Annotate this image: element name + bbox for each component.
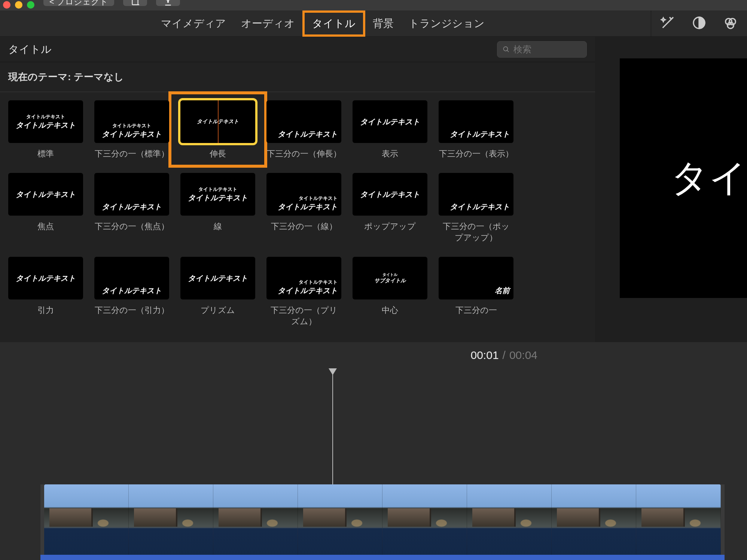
thumb-line2: タイトルテキスト — [278, 202, 338, 212]
thumb-line2: タイトルテキスト — [16, 189, 76, 200]
title-browser: タイトル 現在のテーマ: テーマなし タイトルテキストタイトルテキスト標準タイト… — [0, 37, 595, 342]
tile-label: 下三分の一（ポップアップ） — [439, 221, 513, 243]
search-input[interactable] — [513, 44, 581, 55]
title-tile[interactable]: タイトルテキスト下三分の一（表示） — [439, 100, 513, 159]
tile-label: プリズム — [180, 305, 255, 316]
title-thumb: タイトルテキスト — [266, 100, 341, 143]
minimize-dot[interactable] — [15, 1, 22, 9]
title-thumb: タイトルテキスト — [8, 257, 83, 299]
project-button[interactable]: < プロジェクト — [43, 0, 114, 6]
thumb-line2: タイトルテキスト — [197, 118, 239, 125]
time-display: 00:01 / 00:04 — [0, 342, 747, 368]
time-current: 00:01 — [471, 349, 499, 362]
current-theme-label: 現在のテーマ: テーマなし — [0, 62, 595, 88]
thumb-line2: 名前 — [495, 286, 510, 296]
thumb-line1: タイトルテキスト — [299, 195, 338, 202]
tile-label: 引力 — [8, 305, 83, 316]
tile-label: 下三分の一（標準） — [94, 148, 169, 159]
tab-my-media[interactable]: マイメディア — [153, 10, 234, 37]
tab-transitions[interactable]: トランジション — [401, 10, 492, 37]
thumb-line2: タイトルテキスト — [360, 117, 420, 127]
title-thumb: タイトルテキストタイトルテキスト — [266, 173, 341, 216]
enhance-icon[interactable] — [660, 15, 675, 32]
title-thumb: タイトルテキスト — [94, 257, 169, 299]
tab-titles[interactable]: タイトル — [302, 10, 365, 37]
title-tile[interactable]: 名前下三分の一 — [439, 257, 513, 327]
tile-label: 下三分の一（表示） — [439, 148, 513, 159]
title-tile[interactable]: タイトルテキストタイトルテキスト標準 — [8, 100, 83, 159]
clip-handle-right[interactable] — [721, 484, 725, 555]
search-icon — [503, 45, 510, 54]
divider — [0, 92, 595, 92]
tab-audio[interactable]: オーディオ — [234, 10, 302, 37]
title-thumb: タイトルテキストタイトルテキスト — [94, 100, 169, 143]
title-thumb: タイトルテキスト — [353, 173, 427, 216]
title-thumb: タイトルテキスト — [94, 173, 169, 216]
title-tile[interactable]: タイトルテキスト引力 — [8, 257, 83, 327]
search-field[interactable] — [497, 41, 587, 58]
tile-label: 下三分の一（線） — [266, 221, 341, 232]
title-thumb: タイトルテキストタイトルテキスト — [180, 173, 255, 216]
section-title: タイトル — [8, 42, 52, 57]
tile-label: 表示 — [353, 148, 427, 159]
close-dot[interactable] — [3, 1, 10, 9]
title-tile[interactable]: タイトルテキストタイトルテキスト下三分の一（標準） — [94, 100, 169, 159]
title-thumb: タイトルサブタイトル — [353, 257, 427, 299]
tile-label: 標準 — [8, 148, 83, 159]
title-tile[interactable]: タイトルテキストポップアップ — [353, 173, 427, 243]
thumb-line2: タイトルテキスト — [278, 129, 338, 139]
crop-icon[interactable] — [123, 0, 147, 6]
preview-panel: タイ — [595, 37, 747, 342]
title-tile[interactable]: タイトルテキスト表示 — [353, 100, 427, 159]
title-tile[interactable]: タイトルテキスト下三分の一（ポップアップ） — [439, 173, 513, 243]
clip-handle-left[interactable] — [40, 484, 44, 555]
thumb-line2: タイトルテキスト — [360, 189, 420, 200]
tab-backgrounds[interactable]: 背景 — [365, 10, 401, 37]
title-thumb: タイトルテキスト — [439, 173, 513, 216]
fullscreen-dot[interactable] — [27, 1, 34, 9]
tile-label: 線 — [180, 221, 255, 232]
thumb-line1: タイトルテキスト — [26, 113, 65, 120]
title-tile[interactable]: タイトルテキストプリズム — [180, 257, 255, 327]
timeline[interactable] — [0, 368, 747, 560]
title-tile[interactable]: タイトルテキスト伸長 — [171, 94, 265, 165]
title-tile[interactable]: タイトルテキスト下三分の一（引力） — [94, 257, 169, 327]
title-tile[interactable]: タイトルテキストタイトルテキスト線 — [180, 173, 255, 243]
time-total: 00:04 — [509, 349, 537, 362]
tile-label: 中心 — [353, 305, 427, 316]
tile-label: 焦点 — [8, 221, 83, 232]
thumb-line1: タイトル — [382, 272, 397, 277]
title-thumb: タイトルテキスト — [8, 173, 83, 216]
svg-point-3 — [728, 22, 734, 28]
title-thumb: 名前 — [439, 257, 513, 299]
color-correction-icon[interactable] — [723, 15, 738, 32]
import-icon[interactable] — [156, 0, 180, 6]
preview-viewer[interactable]: タイ — [620, 58, 747, 298]
thumb-line1: タイトルテキスト — [198, 186, 237, 193]
preview-text: タイ — [671, 153, 747, 204]
clip[interactable] — [40, 484, 725, 560]
title-tile[interactable]: タイトルテキストタイトルテキスト下三分の一（線） — [266, 173, 341, 243]
tile-label: 伸長 — [180, 148, 255, 159]
title-tile[interactable]: タイトルテキストタイトルテキスト下三分の一（プリズム） — [266, 257, 341, 327]
title-tile[interactable]: タイトルサブタイトル中心 — [353, 257, 427, 327]
tile-label: 下三分の一（引力） — [94, 305, 169, 316]
clip-audio-track[interactable] — [40, 555, 725, 560]
tile-label: 下三分の一（プリズム） — [266, 305, 341, 327]
title-tile[interactable]: タイトルテキスト下三分の一（焦点） — [94, 173, 169, 243]
title-tile[interactable]: タイトルテキスト焦点 — [8, 173, 83, 243]
thumb-line2: サブタイトル — [374, 277, 406, 284]
window-titlebar: < プロジェクト — [0, 0, 747, 10]
title-thumb: タイトルテキスト — [180, 100, 255, 143]
thumb-line2: タイトルテキスト — [450, 202, 510, 212]
title-thumb: タイトルテキスト — [180, 257, 255, 299]
traffic-lights — [3, 1, 34, 9]
thumb-line2: タイトルテキスト — [188, 193, 248, 203]
tile-label: 下三分の一（焦点） — [94, 221, 169, 232]
thumb-line1: タイトルテキスト — [299, 279, 338, 286]
title-tile[interactable]: タイトルテキスト下三分の一（伸長） — [266, 100, 341, 159]
thumb-line2: タイトルテキスト — [16, 273, 76, 283]
thumb-line2: タイトルテキスト — [188, 273, 248, 283]
color-balance-icon[interactable] — [692, 15, 707, 32]
thumb-line2: タイトルテキスト — [102, 202, 162, 212]
